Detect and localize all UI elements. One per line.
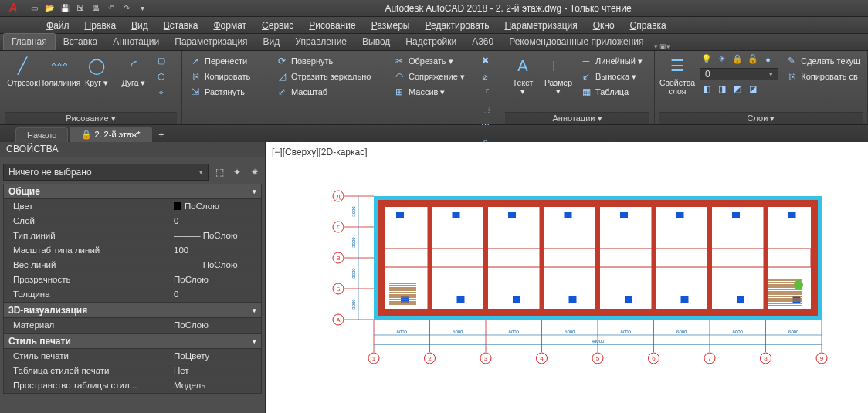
button-Копировать св[interactable]: ⎘Копировать св <box>783 69 863 83</box>
menu-Вставка[interactable]: Вставка <box>158 19 205 32</box>
layer-state-icon[interactable]: ☀ <box>715 52 728 66</box>
quick-select-icon[interactable]: ✦ <box>230 165 244 179</box>
button-Копировать[interactable]: ⎘Копировать <box>187 69 272 83</box>
property-row[interactable]: ЦветПоСлою <box>4 199 261 214</box>
panel-draw-title[interactable]: Рисование ▾ <box>5 112 177 124</box>
menu-Файл[interactable]: Файл <box>40 19 76 32</box>
ribbon-tab-Параметризация[interactable]: Параметризация <box>167 34 255 50</box>
menu-Формат[interactable]: Формат <box>207 19 253 32</box>
doc-tab[interactable]: Начало <box>15 127 68 142</box>
button-Текст[interactable]: AТекст▾ <box>505 52 541 97</box>
button-Повернуть[interactable]: ⟳Повернуть <box>273 54 389 68</box>
edit-misc-icon[interactable]: ⌀ <box>479 70 492 83</box>
button-Сделать текущ[interactable]: ✎Сделать текущ <box>783 54 863 68</box>
property-row[interactable]: Масштаб типа линий100 <box>4 243 261 258</box>
layer-tool-icon[interactable]: ◧ <box>700 83 713 96</box>
menu-Справка[interactable]: Справка <box>624 19 673 32</box>
category-header[interactable]: Стиль печати▾ <box>4 334 261 349</box>
ribbon-tab-Управление[interactable]: Управление <box>287 34 354 50</box>
edit-misc-icon[interactable]: 『 <box>479 86 492 100</box>
layer-state-icon[interactable]: 💡 <box>700 52 713 66</box>
menu-Сервис[interactable]: Сервис <box>256 19 300 32</box>
palette-filter-icon[interactable]: ✷ <box>248 165 262 179</box>
layer-state-icon[interactable]: ● <box>761 52 775 66</box>
ribbon-tab-Вставка[interactable]: Вставка <box>56 34 106 50</box>
menu-Рисование[interactable]: Рисование <box>303 19 361 32</box>
qat-saveas-icon[interactable]: 🖫 <box>74 2 86 15</box>
ribbon-tab-Вид[interactable]: Вид <box>256 34 288 50</box>
new-tab-button[interactable]: + <box>154 128 169 142</box>
layer-combo[interactable]: 0▾ <box>700 68 778 80</box>
button-Отрезок[interactable]: ╱Отрезок <box>5 52 40 89</box>
button-Размер[interactable]: ⊢Размер▾ <box>541 52 576 97</box>
property-row[interactable]: Стиль печатиПоЦвету <box>4 349 261 364</box>
category-header[interactable]: Общие▾ <box>4 184 261 199</box>
qat-undo-icon[interactable]: ↶ <box>105 2 117 15</box>
draw-misc-icon[interactable]: ⬡ <box>154 70 168 83</box>
button-Линейный  ▾[interactable]: ─Линейный ▾ <box>578 54 645 68</box>
menu-Параметризация[interactable]: Параметризация <box>498 19 583 32</box>
svg-text:5: 5 <box>596 355 600 362</box>
layer-tool-icon[interactable]: ◨ <box>715 83 728 96</box>
qat-new-icon[interactable]: ▭ <box>28 2 40 15</box>
svg-rect-21 <box>676 212 684 218</box>
layer-tool-icon[interactable]: ◩ <box>731 83 744 96</box>
draw-misc-icon[interactable]: ✧ <box>154 86 168 100</box>
property-row[interactable]: Слой0 <box>4 214 261 229</box>
layer-state-icon[interactable]: 🔓 <box>746 52 759 66</box>
edit-misc-icon[interactable]: ⬚ <box>479 103 492 116</box>
qat-redo-icon[interactable]: ↷ <box>120 2 133 15</box>
layer-tool-icon[interactable]: ◪ <box>746 83 759 96</box>
edit-misc-icon[interactable]: ✖ <box>479 54 492 67</box>
doc-tab[interactable]: 🔒 2. 2-й этаж* <box>70 127 151 142</box>
property-row[interactable]: Пространство таблицы стил...Модель <box>4 378 261 393</box>
svg-text:1: 1 <box>372 355 376 362</box>
ribbon-tab-A360[interactable]: A360 <box>464 34 501 50</box>
button-Полилиния[interactable]: 〰Полилиния <box>42 52 77 89</box>
property-row[interactable]: Толщина0 <box>4 287 261 302</box>
edit-misc-icon[interactable]: ⋯ <box>479 119 492 132</box>
button-Обрезать  ▾[interactable]: ✂Обрезать ▾ <box>391 54 476 68</box>
pick-add-icon[interactable]: ⬚ <box>212 165 226 179</box>
draw-misc-icon[interactable]: ▢ <box>154 54 168 67</box>
button-Выноска  ▾[interactable]: ↙Выноска ▾ <box>578 69 645 83</box>
button-Масштаб[interactable]: ⤢Масштаб <box>273 85 389 99</box>
button-Перенести[interactable]: ↗Перенести <box>187 54 272 68</box>
property-row[interactable]: Вес линий——— ПоСлою <box>4 258 261 273</box>
button-Круг[interactable]: ◯Круг ▾ <box>79 52 114 89</box>
button-Растянуть[interactable]: ⇲Растянуть <box>187 85 272 99</box>
button-Таблица[interactable]: ▦Таблица <box>578 85 645 99</box>
menu-Размеры[interactable]: Размеры <box>365 19 416 32</box>
ribbon-tab-Главная[interactable]: Главная <box>3 33 56 50</box>
menu-Окно[interactable]: Окно <box>587 19 621 32</box>
panel-layers-title[interactable]: Слои ▾ <box>659 112 863 124</box>
button-Сопряжение  ▾[interactable]: ◠Сопряжение ▾ <box>391 69 476 83</box>
button-Дуга[interactable]: ◜Дуга ▾ <box>116 52 151 89</box>
ribbon-tab-Рекомендованные приложения[interactable]: Рекомендованные приложения <box>501 34 651 50</box>
ribbon-minimize-icon[interactable]: ▾ ▣▾ <box>654 42 671 50</box>
qat-more-icon[interactable]: ▾ <box>136 2 148 15</box>
qat-save-icon[interactable]: 💾 <box>59 2 71 15</box>
property-row[interactable]: ПрозрачностьПоСлою <box>4 273 261 287</box>
ribbon-tab-Аннотации[interactable]: Аннотации <box>105 34 167 50</box>
ribbon-tab-Вывод[interactable]: Вывод <box>354 34 398 50</box>
selection-combo[interactable]: Ничего не выбрано▾ <box>3 164 209 181</box>
drawing-canvas[interactable]: [−][Сверху][2D-каркас] 12345678960006000… <box>266 142 868 413</box>
category-header[interactable]: 3D-визуализация▾ <box>4 303 261 318</box>
property-row[interactable]: Таблица стилей печатиНет <box>4 364 261 378</box>
panel-annotation-title[interactable]: Аннотации ▾ <box>505 112 649 124</box>
layer-properties-button[interactable]: ☰ Свойства слоя <box>659 52 695 97</box>
autocad-logo[interactable]: A <box>0 0 26 17</box>
qat-open-icon[interactable]: 📂 <box>43 2 56 15</box>
viewport-label[interactable]: [−][Сверху][2D-каркас] <box>272 147 368 157</box>
menu-Правка[interactable]: Правка <box>79 19 123 32</box>
qat-plot-icon[interactable]: 🖶 <box>90 2 102 15</box>
menu-Редактировать[interactable]: Редактировать <box>419 19 496 32</box>
property-row[interactable]: МатериалПоСлою <box>4 318 261 333</box>
property-row[interactable]: Тип линий——— ПоСлою <box>4 229 261 243</box>
button-Отразить зеркально[interactable]: ◿Отразить зеркально <box>273 69 389 83</box>
button-Массив  ▾[interactable]: ⊞Массив ▾ <box>391 85 476 99</box>
ribbon-tab-Надстройки[interactable]: Надстройки <box>398 34 464 50</box>
layer-state-icon[interactable]: 🔒 <box>731 52 744 66</box>
menu-Вид[interactable]: Вид <box>125 19 154 32</box>
